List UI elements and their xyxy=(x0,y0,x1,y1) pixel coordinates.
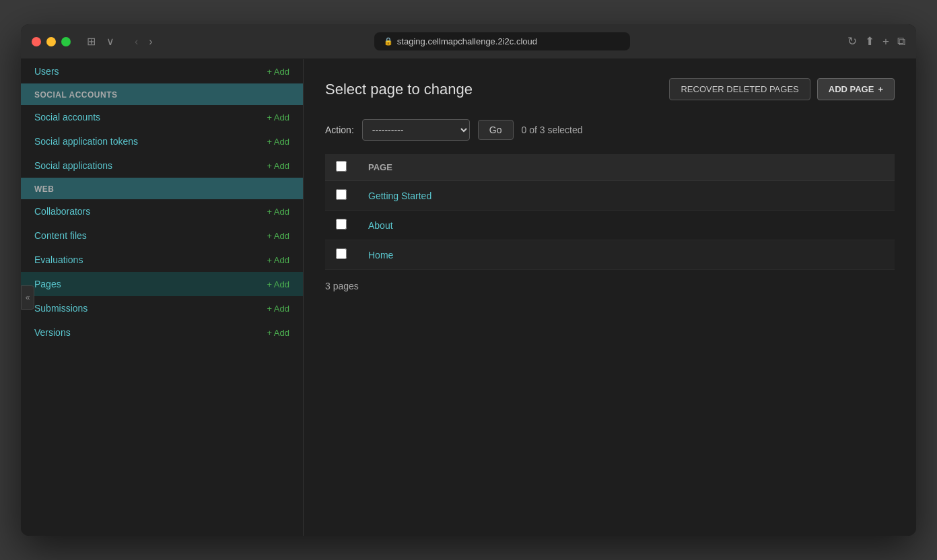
table-row: Getting Started xyxy=(325,181,895,211)
new-tab-button[interactable]: + xyxy=(882,35,889,48)
content-area: Select page to change RECOVER DELETED PA… xyxy=(304,59,916,536)
page-name-cell: Getting Started xyxy=(357,181,895,211)
table-header: PAGE xyxy=(325,154,895,181)
sidebar-item-social-tokens[interactable]: Social application tokens + Add xyxy=(21,129,303,153)
sidebar-add-social-accounts[interactable]: + Add xyxy=(267,112,289,123)
pages-count: 3 pages xyxy=(325,281,895,291)
sidebar-item-label: Social accounts xyxy=(34,112,100,123)
go-button[interactable]: Go xyxy=(478,120,514,140)
sidebar-item-label: Versions xyxy=(34,327,71,338)
sidebar-add-collaborators[interactable]: + Add xyxy=(267,207,289,217)
browser-window: ⊞ ∨ ‹ › 🔒 staging.cellmapchallenge.2i2c.… xyxy=(21,24,916,536)
minimize-button[interactable] xyxy=(46,37,56,46)
sidebar-item-users[interactable]: Users + Add xyxy=(21,59,303,83)
lock-icon: 🔒 xyxy=(384,37,393,46)
nav-arrows: ‹ › xyxy=(131,33,157,50)
sidebar-add-content-files[interactable]: + Add xyxy=(267,231,289,241)
sidebar-header-web: WEB xyxy=(21,178,303,199)
row-checkbox-1[interactable] xyxy=(336,219,347,230)
windows-button[interactable]: ⧉ xyxy=(897,35,905,48)
sidebar-icon: ⊞ xyxy=(84,32,98,50)
add-page-icon: + xyxy=(878,84,883,94)
titlebar: ⊞ ∨ ‹ › 🔒 staging.cellmapchallenge.2i2c.… xyxy=(21,24,916,59)
page-column-header: PAGE xyxy=(357,154,895,181)
traffic-lights xyxy=(32,37,71,46)
reload-button[interactable]: ↻ xyxy=(847,34,857,48)
back-button[interactable]: ‹ xyxy=(131,33,142,50)
sidebar-header-social-accounts: SOCIAL ACCOUNTS xyxy=(21,83,303,105)
main-area: « Users + Add SOCIAL ACCOUNTS Social acc… xyxy=(21,59,916,536)
page-name-cell: About xyxy=(357,211,895,240)
row-checkbox-cell xyxy=(325,240,357,270)
action-label: Action: xyxy=(325,125,354,135)
page-link-2[interactable]: Home xyxy=(368,250,393,260)
sidebar-toggle[interactable]: ⊞ ∨ xyxy=(84,32,117,50)
sidebar-add-versions[interactable]: + Add xyxy=(267,328,289,338)
page-name-cell: Home xyxy=(357,240,895,270)
share-button[interactable]: ⬆ xyxy=(865,34,874,48)
sidebar-add-social-tokens[interactable]: + Add xyxy=(267,137,289,147)
sidebar-add-submissions[interactable]: + Add xyxy=(267,304,289,314)
sidebar-add-evaluations[interactable]: + Add xyxy=(267,255,289,265)
header-buttons: RECOVER DELETED PAGES ADD PAGE + xyxy=(669,78,895,100)
maximize-button[interactable] xyxy=(61,37,71,46)
table-row: Home xyxy=(325,240,895,270)
url-text: staging.cellmapchallenge.2i2c.cloud xyxy=(397,36,537,46)
sidebar-item-submissions[interactable]: Submissions + Add xyxy=(21,296,303,320)
titlebar-right-controls: ↻ ⬆ + ⧉ xyxy=(847,34,905,48)
sidebar-item-label: Social applications xyxy=(34,160,112,171)
add-page-label: ADD PAGE xyxy=(829,84,874,94)
close-button[interactable] xyxy=(32,37,41,46)
forward-button[interactable]: › xyxy=(145,33,156,50)
add-page-button[interactable]: ADD PAGE + xyxy=(817,78,895,100)
row-checkbox-cell xyxy=(325,211,357,240)
action-bar: Action: ---------- Go 0 of 3 selected xyxy=(325,119,895,141)
sidebar: « Users + Add SOCIAL ACCOUNTS Social acc… xyxy=(21,59,304,536)
sidebar-item-pages[interactable]: Pages + Add xyxy=(21,272,303,296)
sidebar-item-content-files[interactable]: Content files + Add xyxy=(21,223,303,248)
chevron-down-icon: ∨ xyxy=(104,32,117,50)
row-checkbox-2[interactable] xyxy=(336,248,347,259)
sidebar-item-label: Users xyxy=(34,66,59,77)
collapse-sidebar-button[interactable]: « xyxy=(21,285,34,310)
select-all-checkbox[interactable] xyxy=(336,161,347,172)
content-header: Select page to change RECOVER DELETED PA… xyxy=(325,78,895,100)
sidebar-item-social-accounts[interactable]: Social accounts + Add xyxy=(21,105,303,129)
page-link-0[interactable]: Getting Started xyxy=(368,190,431,201)
sidebar-item-social-applications[interactable]: Social applications + Add xyxy=(21,153,303,178)
sidebar-item-collaborators[interactable]: Collaborators + Add xyxy=(21,199,303,223)
sidebar-item-label: Evaluations xyxy=(34,254,83,265)
table-row: About xyxy=(325,211,895,240)
sidebar-item-label: Submissions xyxy=(34,303,88,314)
sidebar-item-evaluations[interactable]: Evaluations + Add xyxy=(21,248,303,272)
sidebar-item-label: Collaborators xyxy=(34,206,90,217)
sidebar-add-pages[interactable]: + Add xyxy=(267,279,289,289)
address-bar: 🔒 staging.cellmapchallenge.2i2c.cloud xyxy=(165,32,839,50)
row-checkbox-0[interactable] xyxy=(336,189,347,200)
url-bar[interactable]: 🔒 staging.cellmapchallenge.2i2c.cloud xyxy=(374,32,630,50)
selection-count: 0 of 3 selected xyxy=(522,125,583,135)
sidebar-item-label: Content files xyxy=(34,230,87,241)
sidebar-item-label: Social application tokens xyxy=(34,136,138,147)
sidebar-item-label: Pages xyxy=(34,279,61,289)
recover-deleted-pages-button[interactable]: RECOVER DELETED PAGES xyxy=(669,78,810,100)
sidebar-item-versions[interactable]: Versions + Add xyxy=(21,320,303,345)
page-title: Select page to change xyxy=(325,81,473,98)
action-select[interactable]: ---------- xyxy=(362,119,470,141)
sidebar-add-users[interactable]: + Add xyxy=(267,67,289,77)
row-checkbox-cell xyxy=(325,181,357,211)
page-link-1[interactable]: About xyxy=(368,220,393,231)
sidebar-add-social-applications[interactable]: + Add xyxy=(267,161,289,171)
select-all-header xyxy=(325,154,357,181)
pages-table: PAGE Getting Started About xyxy=(325,154,895,270)
